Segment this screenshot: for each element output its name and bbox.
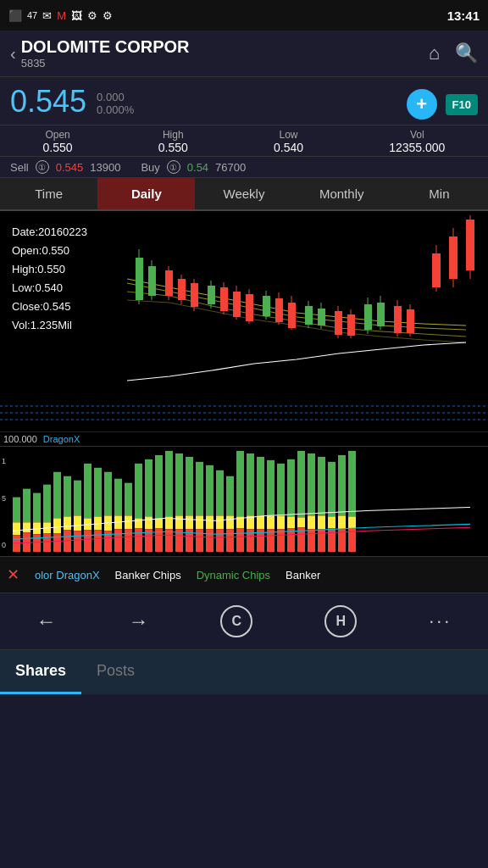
- svg-text:1: 1: [2, 457, 6, 465]
- svg-rect-139: [308, 515, 315, 529]
- svg-rect-145: [328, 516, 336, 528]
- svg-rect-150: [348, 451, 356, 516]
- svg-text:5: 5: [2, 495, 6, 504]
- legend-banker-label: Banker Chips: [115, 569, 181, 581]
- svg-rect-74: [84, 530, 92, 552]
- vol-item: Vol 12355.000: [389, 129, 445, 154]
- svg-rect-96: [165, 451, 173, 516]
- status-left-icons: ⬛ 47 ✉ M 🖼 ⚙ ⚙: [8, 9, 113, 22]
- svg-rect-113: [216, 529, 224, 552]
- svg-rect-138: [308, 453, 315, 515]
- add-button[interactable]: +: [407, 89, 437, 120]
- company-code: 5835: [21, 57, 190, 70]
- volume-label: 100.000: [3, 434, 37, 444]
- svg-rect-56: [23, 532, 30, 552]
- tab-posts[interactable]: Posts: [81, 650, 150, 694]
- svg-rect-98: [165, 529, 173, 552]
- nav-h-button[interactable]: H: [324, 605, 357, 637]
- svg-rect-59: [33, 534, 41, 552]
- low-value: 0.540: [274, 141, 303, 154]
- chrome-icon: ⚙: [87, 9, 97, 22]
- svg-rect-140: [308, 529, 315, 552]
- back-button[interactable]: ‹: [10, 44, 16, 64]
- price-right-icons: + F10: [407, 89, 478, 120]
- svg-rect-135: [297, 451, 305, 517]
- wifi-icon: 47: [27, 10, 37, 20]
- svg-rect-127: [267, 515, 274, 529]
- svg-rect-119: [236, 528, 244, 552]
- search-icon[interactable]: 🔍: [455, 42, 478, 64]
- svg-rect-116: [226, 529, 234, 552]
- svg-rect-99: [175, 453, 183, 515]
- home-icon[interactable]: ⌂: [429, 42, 440, 64]
- svg-rect-71: [74, 531, 81, 552]
- dragonx-label2: DragonX: [43, 434, 80, 444]
- svg-rect-130: [277, 515, 285, 529]
- svg-rect-107: [196, 529, 203, 552]
- svg-rect-75: [94, 468, 102, 517]
- svg-rect-60: [43, 485, 51, 523]
- tab-min[interactable]: Min: [391, 178, 488, 209]
- low-label: Low: [274, 129, 303, 141]
- status-time: 13:41: [447, 8, 480, 23]
- low-item: Low 0.540: [274, 129, 303, 154]
- legend-banker2-label: Banker: [286, 569, 320, 581]
- svg-rect-83: [114, 529, 122, 552]
- tab-monthly[interactable]: Monthly: [293, 178, 391, 209]
- svg-rect-143: [318, 529, 325, 552]
- vol-label: Vol: [389, 129, 445, 141]
- legend-close-icon[interactable]: ✕: [7, 565, 19, 584]
- svg-rect-69: [74, 481, 81, 516]
- mail-icon: ✉: [42, 9, 52, 22]
- price-row: 0.545 0.000 0.000% + F10: [10, 84, 478, 120]
- high-label: High: [158, 129, 188, 141]
- svg-rect-109: [206, 515, 214, 529]
- legend-color-label: olor DragonX: [35, 569, 100, 581]
- buy-label: Buy: [141, 161, 159, 174]
- svg-rect-64: [53, 518, 61, 533]
- header-title-block: DOLOMITE CORPOR 5835: [21, 37, 190, 70]
- f10-button[interactable]: F10: [446, 94, 478, 115]
- price-section: 0.545 0.000 0.000% + F10: [0, 77, 488, 125]
- tab-weekly[interactable]: Weekly: [195, 178, 292, 209]
- volume-chart: 1 5 0: [0, 446, 488, 556]
- svg-rect-57: [33, 493, 41, 523]
- tab-bar: Time Daily Weekly Monthly Min: [0, 178, 488, 211]
- svg-rect-106: [196, 515, 203, 529]
- svg-rect-87: [135, 464, 142, 519]
- svg-text:0: 0: [2, 541, 6, 549]
- tooltip-vol: Vol:1.235Mil: [12, 316, 87, 335]
- svg-rect-115: [226, 515, 234, 529]
- tab-time[interactable]: Time: [0, 178, 97, 209]
- sell-buy-row: Sell ① 0.545 13900 Buy ① 0.54 76700: [0, 157, 488, 178]
- tab-shares[interactable]: Shares: [0, 650, 81, 694]
- tab-daily[interactable]: Daily: [97, 178, 195, 209]
- svg-rect-142: [318, 515, 325, 529]
- svg-rect-144: [328, 462, 336, 517]
- nav-more-button[interactable]: ···: [429, 610, 452, 632]
- svg-rect-133: [287, 516, 295, 528]
- nav-forward-button[interactable]: →: [128, 609, 148, 633]
- svg-rect-93: [155, 455, 163, 518]
- svg-rect-84: [125, 483, 132, 516]
- svg-rect-126: [267, 460, 274, 515]
- price-change-block: 0.000 0.000%: [97, 91, 134, 116]
- notification-icon: ⬛: [8, 9, 22, 22]
- svg-rect-66: [64, 476, 71, 517]
- svg-rect-89: [135, 528, 142, 552]
- nav-c-button[interactable]: C: [220, 605, 252, 637]
- current-price: 0.545: [10, 84, 86, 120]
- sell-qty: 13900: [90, 161, 120, 174]
- legend-dynamic-label: Dynamic Chips: [197, 569, 270, 581]
- svg-rect-136: [297, 517, 305, 527]
- svg-rect-63: [53, 472, 61, 519]
- svg-rect-112: [216, 515, 224, 529]
- nav-back-button[interactable]: ←: [36, 609, 56, 633]
- svg-rect-132: [287, 459, 295, 516]
- tooltip-date: Date:20160223: [12, 223, 87, 242]
- svg-rect-77: [94, 530, 102, 552]
- svg-rect-111: [216, 470, 224, 516]
- svg-rect-54: [23, 489, 30, 523]
- svg-rect-94: [155, 518, 163, 528]
- open-label: Open: [43, 129, 73, 141]
